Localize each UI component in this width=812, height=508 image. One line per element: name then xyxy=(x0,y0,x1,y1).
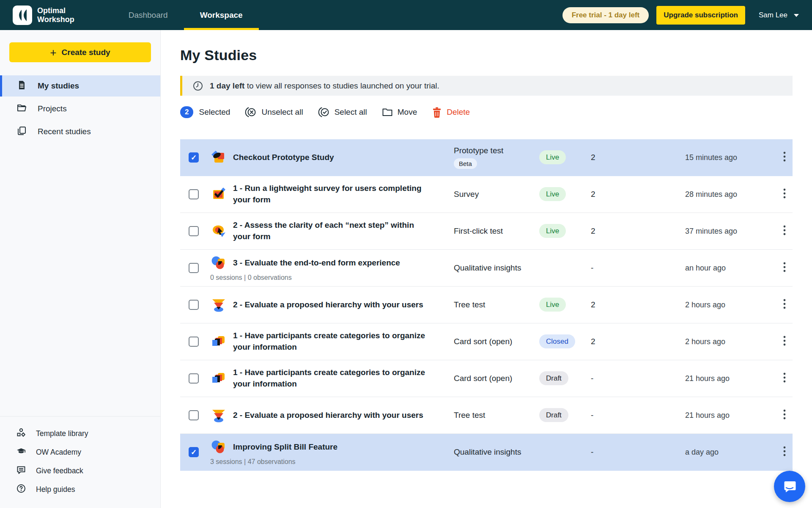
kebab-menu-icon[interactable] xyxy=(782,334,787,350)
footer-item-label: OW Academy xyxy=(36,448,81,457)
plus-icon: + xyxy=(50,47,56,58)
move-button[interactable]: Move xyxy=(382,107,417,117)
unselect-all-button[interactable]: Unselect all xyxy=(245,107,303,118)
create-study-button[interactable]: + Create study xyxy=(9,42,151,62)
study-name[interactable]: Checkout Prototype Study xyxy=(233,152,334,163)
sidebar-item-ow-academy[interactable]: OW Academy xyxy=(0,443,160,461)
study-row[interactable]: 1 - Have participants create categories … xyxy=(180,360,793,397)
top-nav: Optimal Workshop Dashboard Workspace Fre… xyxy=(0,0,812,30)
select-all-icon xyxy=(318,107,330,118)
shapes-icon xyxy=(16,428,26,439)
study-name[interactable]: 1 - Run a lightweight survey for users c… xyxy=(233,183,432,206)
status-badge: Live xyxy=(539,187,566,201)
sidebar-nav: My studies Projects Recent studies xyxy=(0,75,160,142)
study-row[interactable]: 3 - Evaluate the end-to-end form experie… xyxy=(180,250,793,287)
status-badge: Live xyxy=(539,150,566,164)
row-checkbox[interactable] xyxy=(189,373,199,384)
brand[interactable]: Optimal Workshop xyxy=(13,6,74,25)
row-checkbox[interactable] xyxy=(189,226,199,236)
row-checkbox[interactable] xyxy=(189,300,199,310)
kebab-menu-icon[interactable] xyxy=(782,260,787,276)
study-name[interactable]: 2 - Evaluate a proposed hierarchy with y… xyxy=(233,299,423,311)
sidebar-footer: Template library OW Academy Give feedbac… xyxy=(0,416,160,508)
study-row[interactable]: 2 - Assess the clarity of each “next ste… xyxy=(180,213,793,250)
feedback-bubble-icon xyxy=(16,465,26,477)
upgrade-subscription-button[interactable]: Upgrade subscription xyxy=(656,6,745,25)
study-row[interactable]: 2 - Evaluate a proposed hierarchy with y… xyxy=(180,287,793,323)
study-name[interactable]: 2 - Evaluate a proposed hierarchy with y… xyxy=(233,410,423,421)
unselect-all-icon xyxy=(245,107,257,118)
study-row[interactable]: Checkout Prototype Study Prototype test … xyxy=(180,139,793,176)
last-updated: 15 minutes ago xyxy=(685,153,776,162)
trash-icon xyxy=(432,107,442,118)
study-name[interactable]: 3 - Evaluate the end-to-end form experie… xyxy=(233,257,400,269)
row-checkbox[interactable] xyxy=(189,263,199,273)
user-name: Sam Lee xyxy=(759,11,787,19)
sidebar-item-my-studies[interactable]: My studies xyxy=(0,75,160,97)
responses-count: - xyxy=(589,447,685,457)
sidebar-item-give-feedback[interactable]: Give feedback xyxy=(0,461,160,480)
study-type: Prototype test xyxy=(454,146,503,155)
page-title: My Studies xyxy=(180,47,793,64)
first-click-test-icon xyxy=(210,223,227,240)
study-row[interactable]: 2 - Evaluate a proposed hierarchy with y… xyxy=(180,397,793,434)
trial-notice-banner: 1 day left to view all responses to stud… xyxy=(180,76,793,96)
clock-icon xyxy=(192,80,203,91)
select-all-button[interactable]: Select all xyxy=(318,107,367,118)
kebab-menu-icon[interactable] xyxy=(782,149,787,166)
responses-count: 2 xyxy=(589,226,685,236)
document-icon xyxy=(16,80,27,92)
row-checkbox[interactable] xyxy=(189,189,199,199)
nav-right: Free trial - 1 day left Upgrade subscrip… xyxy=(562,6,799,25)
study-name[interactable]: 2 - Assess the clarity of each “next ste… xyxy=(233,220,432,243)
user-menu[interactable]: Sam Lee xyxy=(759,11,799,19)
chat-widget-button[interactable] xyxy=(774,471,805,502)
nav-link-workspace[interactable]: Workspace xyxy=(184,0,259,30)
last-updated: an hour ago xyxy=(685,264,776,273)
study-type: Tree test xyxy=(454,300,485,309)
study-row[interactable]: 1 - Have participants create categories … xyxy=(180,323,793,360)
study-type: Qualitative insights xyxy=(454,263,521,273)
study-session-stats: 0 sessions | 0 observations xyxy=(210,274,454,282)
sidebar-item-projects[interactable]: Projects xyxy=(0,98,160,119)
selected-count-badge: 2 xyxy=(180,106,193,118)
delete-button[interactable]: Delete xyxy=(432,107,470,118)
trial-badge: Free trial - 1 day left xyxy=(562,7,649,23)
kebab-menu-icon[interactable] xyxy=(782,407,787,423)
sidebar-item-label: My studies xyxy=(38,81,79,91)
last-updated: 37 minutes ago xyxy=(685,227,776,236)
footer-item-label: Template library xyxy=(36,429,88,438)
card-sort-icon xyxy=(210,370,227,387)
help-circle-icon xyxy=(16,484,26,495)
selected-label: Selected xyxy=(199,108,230,117)
sidebar-item-label: Projects xyxy=(38,104,67,113)
responses-count: 2 xyxy=(589,190,685,199)
row-checkbox[interactable] xyxy=(189,152,199,163)
kebab-menu-icon[interactable] xyxy=(782,186,787,202)
study-name[interactable]: Improving Split Bill Feature xyxy=(233,442,337,453)
sidebar-item-help-guides[interactable]: Help guides xyxy=(0,480,160,499)
kebab-menu-icon[interactable] xyxy=(782,223,787,239)
study-type: Card sort (open) xyxy=(454,374,512,383)
study-name[interactable]: 1 - Have participants create categories … xyxy=(233,367,432,390)
sidebar-item-template-library[interactable]: Template library xyxy=(0,424,160,443)
kebab-menu-icon[interactable] xyxy=(782,444,787,460)
study-row[interactable]: Improving Split Bill Feature 3 sessions … xyxy=(180,434,793,471)
study-type: Card sort (open) xyxy=(454,337,512,346)
nav-link-dashboard[interactable]: Dashboard xyxy=(112,0,184,30)
row-checkbox[interactable] xyxy=(189,410,199,420)
tree-test-icon xyxy=(210,296,227,313)
study-name[interactable]: 1 - Have participants create categories … xyxy=(233,330,432,353)
responses-count: 2 xyxy=(589,300,685,309)
banner-text: 1 day left to view all responses to stud… xyxy=(210,81,439,91)
study-row[interactable]: 1 - Run a lightweight survey for users c… xyxy=(180,176,793,213)
nav-links: Dashboard Workspace xyxy=(112,0,259,30)
kebab-menu-icon[interactable] xyxy=(782,370,787,387)
row-checkbox[interactable] xyxy=(189,447,199,457)
kebab-menu-icon[interactable] xyxy=(782,297,787,313)
footer-item-label: Give feedback xyxy=(36,467,83,475)
folder-icon xyxy=(16,103,27,115)
studies-list: Checkout Prototype Study Prototype test … xyxy=(180,139,793,471)
sidebar-item-recent-studies[interactable]: Recent studies xyxy=(0,121,160,142)
row-checkbox[interactable] xyxy=(189,337,199,347)
